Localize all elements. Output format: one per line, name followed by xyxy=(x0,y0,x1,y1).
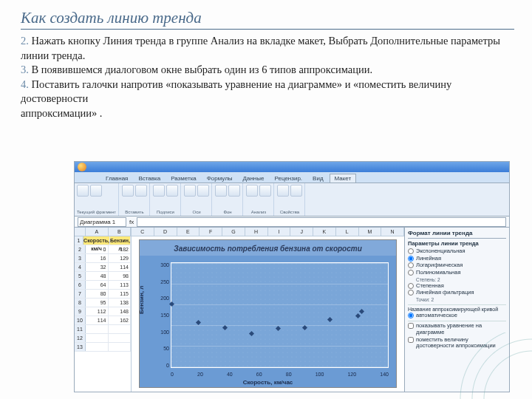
cell[interactable]: 182 xyxy=(109,245,132,253)
cell[interactable]: 129 xyxy=(109,254,132,262)
cell[interactable] xyxy=(109,343,132,351)
row-num[interactable]: 3 xyxy=(75,254,86,262)
trendline-type-radio[interactable] xyxy=(408,248,414,254)
col-header[interactable]: N xyxy=(381,228,404,236)
cell[interactable]: 148 xyxy=(109,307,132,316)
cell[interactable] xyxy=(86,334,109,342)
ribbon-icon[interactable] xyxy=(77,185,89,197)
ribbon-tab[interactable]: Вставка xyxy=(134,174,165,183)
cell[interactable]: 98 xyxy=(109,272,132,280)
ribbon-icon[interactable] xyxy=(135,185,147,197)
cell[interactable]: 95 xyxy=(86,299,109,307)
col-header[interactable]: J xyxy=(290,228,313,236)
trendline-type-radio[interactable] xyxy=(408,262,414,268)
ribbon-icon[interactable] xyxy=(90,185,102,197)
fx-icon[interactable]: fx xyxy=(129,219,134,225)
ribbon-tab[interactable]: Вид xyxy=(308,174,327,183)
col-header[interactable]: E xyxy=(177,228,200,236)
name-box[interactable]: Диаграмма 1 xyxy=(78,217,126,227)
ribbon-group: Вставить xyxy=(120,183,150,216)
data-grid[interactable]: A B 1 Скорость, км/ч Бензин, л 201823161… xyxy=(75,228,132,392)
row-num[interactable]: 1 xyxy=(75,236,83,245)
col-header[interactable]: H xyxy=(245,228,268,236)
cell-header[interactable]: Бензин, л xyxy=(110,236,131,245)
trendline-type-radio[interactable] xyxy=(408,290,414,296)
data-point xyxy=(196,320,201,325)
ribbon-group: Оси xyxy=(182,183,212,216)
col-header[interactable]: L xyxy=(336,228,359,236)
ribbon-icon[interactable] xyxy=(259,185,271,197)
trendline-type-radio[interactable] xyxy=(408,283,414,289)
col-header-b[interactable]: B xyxy=(109,228,132,236)
ribbon-icon[interactable] xyxy=(290,185,302,197)
col-header[interactable]: D xyxy=(154,228,177,236)
cell-header[interactable]: Скорость, км/ч xyxy=(83,236,110,245)
ribbon-tab[interactable]: Рецензир. xyxy=(270,174,307,183)
row-num[interactable]: 13 xyxy=(75,343,86,351)
cell[interactable]: 0 xyxy=(86,245,109,253)
ribbon-icon[interactable] xyxy=(153,185,165,197)
col-header[interactable]: G xyxy=(222,228,245,236)
ribbon-tab[interactable]: Формулы xyxy=(202,174,237,183)
cell[interactable]: 114 xyxy=(86,316,109,324)
cell[interactable]: 80 xyxy=(86,290,109,298)
row-num[interactable]: 6 xyxy=(75,281,86,289)
row-num[interactable]: 10 xyxy=(75,316,86,324)
ribbon-icon[interactable] xyxy=(197,185,209,197)
cell[interactable]: 162 xyxy=(109,316,132,324)
cell[interactable]: 32 xyxy=(86,263,109,271)
embedded-chart[interactable]: Зависимость потребления бензина от скоро… xyxy=(139,239,397,388)
cell[interactable]: 64 xyxy=(86,281,109,289)
ribbon-tab[interactable]: Разметка xyxy=(166,174,201,183)
cell[interactable] xyxy=(109,325,132,333)
ribbon-icon[interactable] xyxy=(122,185,134,197)
row-num[interactable]: 7 xyxy=(75,290,86,298)
x-tick: 20 xyxy=(197,372,203,377)
ribbon-tab[interactable]: Макет xyxy=(330,174,357,183)
ribbon-icon[interactable] xyxy=(246,185,258,197)
cell[interactable]: 48 xyxy=(86,272,109,280)
ribbon-tab[interactable]: Главная xyxy=(101,174,132,183)
cell[interactable]: 112 xyxy=(86,307,109,316)
col-header[interactable]: K xyxy=(313,228,336,236)
data-point xyxy=(302,325,307,330)
row-num[interactable]: 12 xyxy=(75,334,86,342)
office-button-icon[interactable] xyxy=(78,163,86,171)
x-tick: 40 xyxy=(227,372,233,377)
cell[interactable] xyxy=(86,325,109,333)
ribbon-tabs: ГлавнаяВставкаРазметкаФормулыДанныеРецен… xyxy=(75,172,509,183)
ribbon-icon[interactable] xyxy=(277,185,289,197)
ribbon-icon[interactable] xyxy=(228,185,240,197)
trendline-type-radio[interactable] xyxy=(408,256,414,262)
row-num[interactable]: 2 xyxy=(75,245,86,253)
formula-input[interactable] xyxy=(137,217,506,227)
auto-name-radio[interactable] xyxy=(408,313,414,318)
show-r2-checkbox[interactable] xyxy=(408,337,414,343)
col-header[interactable]: C xyxy=(132,228,154,236)
cell[interactable] xyxy=(109,334,132,342)
row-num[interactable]: 4 xyxy=(75,263,86,271)
row-num[interactable]: 5 xyxy=(75,272,86,280)
col-header[interactable]: F xyxy=(200,228,222,236)
cell[interactable]: 113 xyxy=(109,281,132,289)
chart-area[interactable]: CDEFGHIJKLMN Зависимость потребления бен… xyxy=(132,228,404,392)
cell[interactable] xyxy=(86,343,109,351)
cell[interactable]: 114 xyxy=(109,263,132,271)
ribbon-icon[interactable] xyxy=(184,185,196,197)
ribbon-tab[interactable]: Данные xyxy=(239,174,269,183)
show-equation-checkbox[interactable] xyxy=(408,323,414,329)
row-num[interactable]: 11 xyxy=(75,325,86,333)
col-header[interactable]: I xyxy=(268,228,291,236)
trendline-type-radio[interactable] xyxy=(408,270,414,276)
select-all-corner[interactable] xyxy=(75,228,86,236)
ribbon-icon[interactable] xyxy=(166,185,178,197)
col-header-a[interactable]: A xyxy=(86,228,109,236)
row-num[interactable]: 8 xyxy=(75,299,86,307)
cell[interactable]: 16 xyxy=(86,254,109,262)
ribbon-group-label: Свойства xyxy=(277,210,302,214)
ribbon-icon[interactable] xyxy=(215,185,227,197)
cell[interactable]: 138 xyxy=(109,299,132,307)
row-num[interactable]: 9 xyxy=(75,307,86,316)
cell[interactable]: 115 xyxy=(109,290,132,298)
col-header[interactable]: M xyxy=(359,228,382,236)
